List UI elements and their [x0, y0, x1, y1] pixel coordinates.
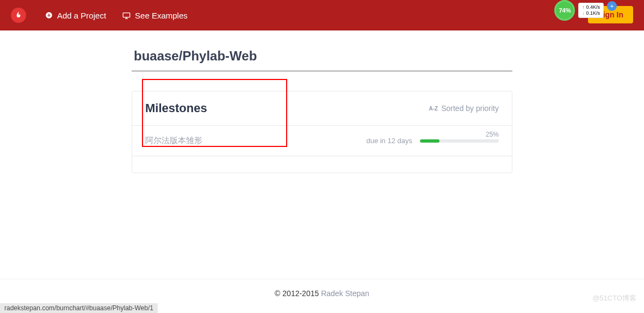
speed-widget: 74% ↑ 0.4K/s ↓ 0.1K/s +: [554, 0, 617, 21]
copyright-text: © 2012-2015: [275, 289, 321, 298]
milestone-row[interactable]: 阿尔法版本雏形 due in 12 days 25%: [132, 126, 512, 156]
arrow-up-icon: ↑: [582, 4, 585, 10]
add-project-link[interactable]: Add a Project: [37, 11, 114, 20]
monitor-icon: [122, 12, 131, 19]
author-link[interactable]: Radek Stepan: [321, 289, 369, 298]
progress-fill: [420, 139, 439, 143]
see-examples-link[interactable]: See Examples: [114, 11, 196, 20]
add-project-label: Add a Project: [57, 11, 106, 20]
milestones-card: Milestones A-Z Sorted by priority 阿尔法版本雏…: [132, 91, 512, 173]
speed-stats: ↑ 0.4K/s ↓ 0.1K/s: [578, 3, 604, 18]
status-bar: radekstepan.com/burnchart/#buaase/Phylab…: [0, 303, 158, 313]
footer: © 2012-2015 Radek Stepan: [0, 279, 644, 298]
logo[interactable]: [0, 0, 37, 30]
milestones-heading: Milestones: [145, 101, 207, 115]
due-text: due in 12 days: [366, 137, 412, 145]
svg-rect-1: [123, 13, 130, 17]
arrow-down-icon: ↓: [582, 10, 585, 16]
page-title: buaase/Phylab-Web: [132, 44, 512, 70]
sort-az-icon: A-Z: [429, 106, 438, 112]
card-footer: [132, 156, 512, 173]
watermark: @51CTO博客: [592, 293, 636, 303]
sort-label: Sorted by priority: [441, 104, 499, 113]
milestone-meta: due in 12 days 25%: [366, 137, 499, 145]
add-circle-icon[interactable]: +: [607, 1, 617, 11]
title-underline: [132, 70, 512, 72]
progress-bar: [420, 139, 499, 143]
sort-control[interactable]: A-Z Sorted by priority: [429, 104, 499, 113]
plus-circle-icon: [45, 11, 53, 19]
fire-icon: [11, 8, 26, 23]
navbar: Add a Project See Examples Sign In 74% ↑…: [0, 0, 644, 30]
card-header: Milestones A-Z Sorted by priority: [132, 91, 512, 126]
see-examples-label: See Examples: [135, 11, 188, 20]
milestone-name: 阿尔法版本雏形: [145, 136, 202, 146]
percent-label: 25%: [486, 131, 499, 138]
progress-wrap: 25%: [420, 139, 499, 143]
main-content: buaase/Phylab-Web Milestones A-Z Sorted …: [132, 44, 512, 173]
percent-badge: 74%: [554, 0, 575, 21]
